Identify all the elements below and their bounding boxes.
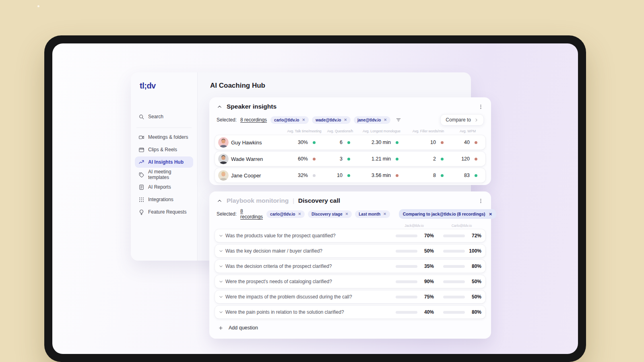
compare-to-button[interactable]: Compare to [440,114,484,125]
close-icon[interactable]: ✕ [384,118,387,122]
score-cell: 40% [390,309,438,315]
metric-value: 83 [464,173,470,178]
close-icon[interactable]: ✕ [302,118,305,122]
expand-chevron-icon[interactable] [219,233,223,238]
comparing-chip[interactable]: Comparing to jack@tldv.io (8 recordings)… [399,209,496,219]
column-header: Avg. WPM [451,129,485,133]
metric-value: 60% [298,156,308,162]
score-bar [443,265,465,268]
sidebar-search[interactable]: Search [135,111,193,122]
table-row[interactable]: Wade Warren 60% 3 1.21 min 2 120 [215,152,485,166]
score-bar [443,296,465,298]
close-icon[interactable]: ✕ [298,212,301,216]
sidebar-item-label: AI Reports [148,184,171,190]
metric-cell: 60% [286,156,323,162]
playbook-column-headers: Jack@tldv.ioCarlo@tldv.io [215,220,485,229]
score-percent: 72% [469,233,481,239]
background-speck [37,5,39,7]
metric-cell: 30% [286,140,323,145]
score-bar [443,250,465,253]
expand-chevron-icon[interactable] [219,310,223,315]
expand-chevron-icon[interactable] [219,249,223,253]
laptop-screen: tl;dv Search Meetings & folders Clips & … [52,43,578,354]
search-icon [138,114,144,120]
status-dot [396,174,398,177]
video-camera-icon [138,134,144,140]
playbook-panel: Playbook monitoring | Discovery call Sel… [209,191,491,339]
status-dot [313,174,316,177]
filter-chip-label: carlo@tldv.io [270,212,295,216]
compare-to-label: Compare to [446,117,471,123]
question-row[interactable]: Was the products value for the prospect … [215,229,485,242]
grid-dots-icon [138,197,144,203]
sidebar-item-ai-meeting-templates[interactable]: AI meeting templates [135,169,193,180]
metric-cell: 32% [286,173,323,178]
score-bar [443,280,465,283]
selected-count-link[interactable]: 8 recordings [240,117,267,123]
metric-cell: 2.30 min [357,140,406,145]
metric-value: 40 [464,140,470,145]
expand-chevron-icon[interactable] [219,294,223,299]
close-icon[interactable]: ✕ [489,212,492,216]
column-header: Avg. Talk time/meeting [286,129,323,133]
score-bar [443,234,465,237]
expand-chevron-icon[interactable] [219,279,223,284]
sidebar-divider [136,128,192,128]
tldv-logo: tl;dv [131,72,197,90]
metric-cell: 3.56 min [357,173,406,178]
question-text: Were the impacts of the problem discusse… [225,294,390,300]
question-row[interactable]: Was the decision criteria of the prospec… [215,260,485,273]
filter-chip[interactable]: carlo@tldv.io ✕ [266,210,305,218]
chevron-right-icon [474,118,479,122]
filter-chip[interactable]: Last month ✕ [355,210,390,218]
kebab-menu-icon[interactable] [478,198,484,204]
sidebar-item-meetings-folders[interactable]: Meetings & folders [135,132,193,143]
metric-value: 8 [433,173,436,178]
sidebar-item-ai-insights-hub[interactable]: AI Insights Hub [135,156,193,168]
metric-cell: 10 [406,140,451,145]
metric-cell: 6 [323,140,357,145]
filter-chip[interactable]: wade@tldv.io ✕ [312,116,351,124]
score-bar [443,311,465,314]
table-row[interactable]: Guy Hawkins 30% 6 2.30 min 10 40 [215,135,485,150]
close-icon[interactable]: ✕ [344,118,347,122]
playbook-panel-header: Playbook monitoring | Discovery call [215,191,485,207]
playbook-title-muted: Playbook monitoring [227,197,289,204]
filter-icon[interactable] [396,117,401,123]
score-cell: 50% [438,294,485,300]
table-row[interactable]: Jane Cooper 32% 10 3.56 min 8 83 [215,168,485,183]
kebab-menu-icon[interactable] [478,104,484,110]
expand-chevron-icon[interactable] [219,264,223,269]
sidebar-item-label: Meetings & folders [148,134,188,140]
score-cell: 70% [390,233,438,239]
sidebar-item-clips-reels[interactable]: Clips & Reels [135,144,193,155]
collapse-chevron-icon[interactable] [217,198,223,204]
score-bar [396,234,417,237]
speaker-name: Guy Hawkins [231,140,286,146]
selected-label: Selected: [217,117,237,123]
question-row[interactable]: Were the pain points in relation to the … [215,306,485,319]
sidebar-item-ai-reports[interactable]: AI Reports [135,181,193,193]
question-row[interactable]: Were the impacts of the problem discusse… [215,290,485,303]
score-bar [396,265,417,268]
close-icon[interactable]: ✕ [383,212,386,216]
sidebar-item-feature-requests[interactable]: Feature Requests [135,206,193,218]
question-row[interactable]: Was the key decision maker / buyer clari… [215,245,485,257]
question-text: Were the pain points in relation to the … [225,309,390,315]
question-row[interactable]: Were the prospect's needs of cataloging … [215,275,485,288]
collapse-chevron-icon[interactable] [217,104,223,110]
metric-value: 120 [461,156,470,162]
avatar [218,137,229,148]
sidebar-item-label: Feature Requests [148,209,186,215]
selected-count-link[interactable]: 8 recordings [240,208,263,220]
filter-chip[interactable]: Discovery stage ✕ [308,210,352,218]
close-icon[interactable]: ✕ [345,212,349,216]
filter-chip[interactable]: carlo@tldv.io ✕ [270,116,309,124]
sidebar-item-integrations[interactable]: Integrations [135,194,193,205]
filter-chip[interactable]: jane@tldv.io ✕ [354,116,390,124]
add-question-button[interactable]: Add question [215,321,485,331]
speaker-panel-title: Speaker insights [227,103,277,110]
metric-cell: 1.21 min [357,156,406,162]
playbook-filter-row: Selected: 8 recordings carlo@tldv.io ✕ D… [215,207,485,220]
column-header: Carlo@tldv.io [438,224,485,228]
